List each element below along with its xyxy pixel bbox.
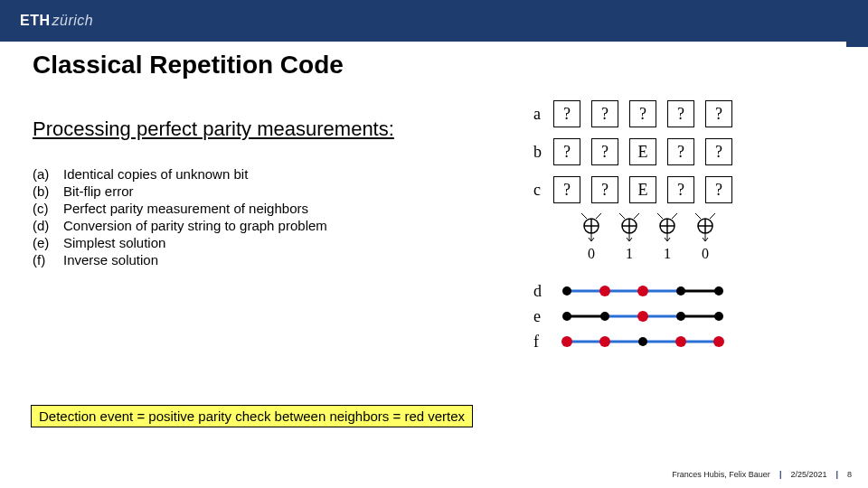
svg-point-32 [714,286,723,296]
graph-line [553,331,732,352]
svg-point-29 [599,286,610,296]
svg-line-6 [619,213,625,219]
footer-authors: Frances Hubis, Felix Bauer [672,470,770,479]
brand-name: ETH [20,13,51,28]
svg-line-7 [634,213,639,219]
step-row: (b)Bit-flip error [33,183,521,199]
steps-list: (a)Identical copies of unknown bit(b)Bit… [33,166,521,267]
qubit-box: ? [553,100,580,127]
svg-line-19 [710,213,715,219]
xor-icon [616,213,643,244]
box-row-label: b [533,143,553,162]
graph-line [553,305,732,327]
parity-op: 1 [654,213,681,262]
parity-op: 1 [616,213,643,262]
brand-suffix: zürich [52,13,94,28]
qubit-box: ? [591,138,618,165]
qubit-box: ? [667,176,694,203]
step-text: Simplest solution [63,235,165,250]
diagram: a?????b??E??c??E?? 0110 def [533,99,841,354]
xor-icon [578,213,605,244]
graph-row: f [533,329,841,354]
qubit-box: ? [591,176,618,203]
parity-value: 0 [588,246,595,262]
section-heading: Processing perfect parity measurements: [33,117,521,141]
svg-point-50 [713,336,724,347]
graph-row: e [533,304,841,329]
graph-row-label: d [533,282,553,301]
step-text: Bit-flip error [63,183,134,199]
box-row: a????? [533,99,841,128]
parity-value: 1 [664,246,671,262]
svg-point-41 [714,312,723,321]
footer-sep-2: | [835,470,838,479]
step-label: (c) [33,201,63,216]
svg-point-31 [676,286,685,296]
step-text: Identical copies of unknown bit [63,166,248,182]
step-row: (d)Conversion of parity string to graph … [33,218,521,233]
header-bar: ETHzürich [0,0,868,42]
graph-line [553,280,732,302]
xor-icon [692,213,719,244]
step-label: (e) [33,235,63,250]
parity-value: 0 [702,246,709,262]
graph-row-label: f [533,333,553,352]
qubit-box: ? [553,176,580,203]
graph-row-label: e [533,307,553,326]
footer-date: 2/25/2021 [790,470,826,479]
parity-spacer [553,213,567,262]
svg-point-46 [561,336,572,347]
step-label: (a) [33,166,63,182]
svg-point-40 [676,312,685,321]
box-row-cells: ??E?? [553,138,732,165]
content-block: Processing perfect parity measurements: … [33,117,521,269]
footer-sep-1: | [779,470,782,479]
highlight-callout: Detection event = positive parity check … [31,405,473,427]
svg-line-13 [672,213,677,219]
graph-row: d [533,278,841,304]
step-row: (c)Perfect parity measurement of neighbo… [33,201,521,216]
brand-logo: ETHzürich [20,13,93,29]
qubit-box: ? [667,100,694,127]
svg-line-12 [657,213,663,219]
svg-point-47 [599,336,610,347]
box-row-label: a [533,105,553,124]
box-row-cells: ??E?? [553,176,732,203]
box-row: c??E?? [533,175,841,204]
svg-line-1 [596,213,601,219]
step-text: Inverse solution [63,252,158,267]
graph-rows: def [533,278,841,354]
box-row-cells: ????? [553,100,732,127]
qubit-box: ? [629,100,656,127]
qubit-box: E [629,176,656,203]
svg-point-37 [562,312,571,321]
svg-line-0 [581,213,587,219]
xor-icon [654,213,681,244]
qubit-box: ? [553,138,580,165]
step-text: Perfect parity measurement of neighbors [63,201,308,216]
step-row: (f)Inverse solution [33,252,521,267]
parity-op: 0 [692,213,719,262]
parity-op: 0 [578,213,605,262]
parity-value: 1 [626,246,633,262]
qubit-box: ? [667,138,694,165]
box-row-label: c [533,181,553,200]
svg-line-18 [695,213,701,219]
box-row: b??E?? [533,137,841,166]
svg-point-30 [637,286,648,296]
step-label: (f) [33,252,63,267]
step-row: (e)Simplest solution [33,235,521,250]
svg-point-38 [600,312,609,321]
footer: Frances Hubis, Felix Bauer | 2/25/2021 |… [672,470,852,479]
parity-row: 0110 [533,213,841,262]
parity-ops: 0110 [553,213,719,262]
svg-point-49 [675,336,686,347]
qubit-box: E [629,138,656,165]
step-text: Conversion of parity string to graph pro… [63,218,327,233]
svg-point-39 [637,311,648,322]
step-label: (b) [33,183,63,199]
page-title: Classical Repetition Code [0,42,868,80]
qubit-box: ? [705,138,732,165]
step-label: (d) [33,218,63,233]
footer-page: 8 [847,470,852,479]
